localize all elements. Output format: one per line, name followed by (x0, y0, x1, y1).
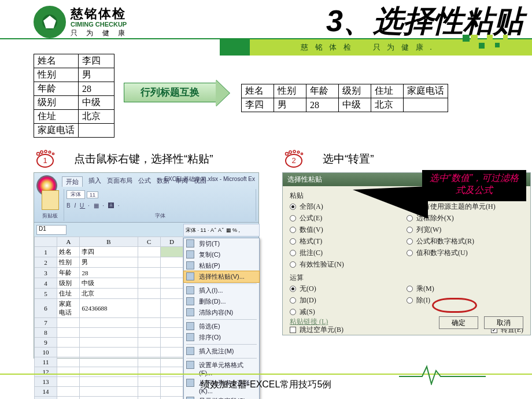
footer-text: 绩效加速器-EXCEL常用技巧5例 (0, 379, 532, 391)
table-cell: 家庭电话 (34, 124, 79, 138)
table-cell (79, 124, 114, 138)
table-cell: 家庭电话 (403, 84, 448, 98)
context-menu-item[interactable]: 删除(D)... (184, 296, 259, 307)
context-menu[interactable]: 剪切(T)复制(C)粘贴(P)选择性粘贴(V)...插入(I)...删除(D).… (183, 238, 260, 399)
horizontal-table: 姓名性别年龄级别住址家庭电话李四男28中级北京 (241, 84, 448, 112)
table-cell: 北京 (371, 98, 403, 112)
table-cell: 年龄 (306, 84, 338, 98)
cancel-button[interactable]: 取消 (484, 316, 523, 329)
brand-name-en: CIMING CHECKUP (71, 21, 128, 28)
brand-logo: 慈铭体检 CIMING CHECKUP 只 为 健 康 (34, 6, 128, 38)
table-cell: 中级 (338, 98, 371, 112)
svg-text:2: 2 (291, 156, 295, 165)
radio-option[interactable]: 公式和数字格式(R) (407, 237, 523, 246)
svg-point-8 (286, 153, 289, 156)
slide-header: 慈铭体检 CIMING CHECKUP 只 为 健 康 3、选择性粘贴 慈 铭 … (0, 0, 532, 49)
vertical-table: 姓名李四性别男年龄28级别中级住址北京家庭电话 (34, 54, 114, 138)
radio-option[interactable]: 乘(M) (407, 284, 523, 294)
footprint-icon: 1 (34, 149, 66, 169)
radio-option[interactable]: 有效性验证(N) (290, 260, 407, 269)
radio-option[interactable]: 加(D) (290, 295, 407, 305)
name-box[interactable]: D1 (36, 225, 66, 235)
context-menu-item[interactable]: 设置单元格格式(F)... (184, 360, 259, 378)
ribbon-tab[interactable]: 开始 (62, 176, 83, 187)
table-cell: 男 (274, 98, 306, 112)
table-cell: 北京 (79, 110, 114, 124)
context-menu-item[interactable]: 粘贴(P) (184, 260, 259, 271)
table-cell: 性别 (274, 84, 306, 98)
footprint-icon: 2 (282, 149, 315, 169)
paste-link-button[interactable]: 粘贴链接 (L) (290, 317, 328, 327)
svg-point-10 (293, 150, 295, 153)
window-title: EXCEL基础学习.xlsx - Microsoft Ex (164, 175, 255, 183)
step2-text: 选中“转置” (323, 152, 374, 167)
svg-point-2 (40, 151, 43, 153)
svg-text:1: 1 (43, 156, 47, 165)
brand-slogan: 只 为 健 康 (71, 29, 128, 37)
arrow-label: 行列标题互换 (124, 83, 216, 102)
context-menu-item[interactable]: 插入(I)... (184, 285, 259, 296)
excel-screenshot: 开始插入页面布局公式数据审阅视图 EXCEL基础学习.xlsx - Micros… (34, 172, 259, 359)
radio-option[interactable]: 批注(C) (290, 248, 407, 258)
ribbon-tab[interactable]: 公式 (138, 176, 151, 187)
svg-point-4 (49, 151, 51, 153)
table-cell: 住址 (34, 110, 79, 124)
table-cell: 姓名 (241, 84, 274, 98)
table-cell: 中级 (79, 96, 114, 110)
ok-button[interactable]: 确定 (439, 316, 478, 329)
context-menu-item[interactable]: 复制(C) (184, 249, 259, 260)
transform-arrow: 行列标题互换 (124, 83, 216, 102)
table-cell: 李四 (241, 98, 274, 112)
step1-text: 点击鼠标右键，选择性“粘贴” (74, 152, 213, 167)
context-menu-item[interactable]: 剪切(T) (184, 238, 259, 249)
table-cell (403, 98, 448, 112)
context-menu-item[interactable]: 选择性粘贴(V)... (183, 271, 260, 283)
brand-name-cn: 慈铭体检 (71, 7, 128, 21)
context-menu-item[interactable]: 清除内容(N) (184, 307, 259, 318)
svg-point-9 (289, 151, 291, 153)
table-cell: 级别 (34, 96, 79, 110)
svg-point-1 (37, 153, 40, 156)
context-menu-item[interactable]: 插入批注(M) (184, 346, 259, 357)
table-cell: 28 (79, 82, 114, 96)
table-cell: 级别 (338, 84, 371, 98)
radio-option[interactable]: 无(O) (290, 284, 407, 294)
ribbon-tab[interactable]: 插入 (88, 176, 101, 187)
context-menu-item[interactable]: 筛选(E) (184, 321, 259, 332)
logo-mark-icon (34, 6, 66, 38)
context-menu-item[interactable]: 排序(O) (184, 332, 259, 343)
radio-option[interactable]: 除(I) (407, 295, 523, 305)
table-cell: 姓名 (34, 54, 79, 68)
table-cell: 28 (306, 98, 338, 112)
table-cell: 性别 (34, 68, 79, 82)
spreadsheet-grid[interactable]: ABCD1姓名李四2性别男3年龄284级别中级5住址北京6家庭电话6243668… (34, 237, 183, 358)
table-cell: 年龄 (34, 82, 79, 96)
mini-toolbar[interactable]: 宋体 · 11 · A˄ A˅ ▦ % , (183, 224, 260, 237)
radio-option[interactable]: 数值(V) (290, 225, 407, 235)
operation-group-label: 运算 (290, 273, 523, 283)
table-cell: 男 (79, 68, 114, 82)
radio-option[interactable]: 值和数字格式(U) (407, 248, 523, 258)
paste-icon[interactable] (42, 190, 59, 210)
callout-bubble: 选中“数值”，可过滤格式及公式 (422, 170, 526, 201)
ribbon-tab[interactable]: 页面布局 (107, 176, 132, 187)
radio-option[interactable]: 列宽(W) (407, 225, 523, 235)
radio-option[interactable]: 格式(T) (290, 237, 407, 246)
radio-option[interactable]: 减(S) (290, 307, 407, 317)
table-cell: 李四 (79, 54, 114, 68)
context-menu-item[interactable]: 显示拼音字段(S) (184, 396, 259, 399)
svg-point-11 (297, 151, 300, 153)
svg-point-12 (301, 153, 302, 154)
table-cell: 住址 (371, 84, 403, 98)
svg-point-3 (45, 150, 47, 153)
svg-point-5 (52, 153, 54, 154)
